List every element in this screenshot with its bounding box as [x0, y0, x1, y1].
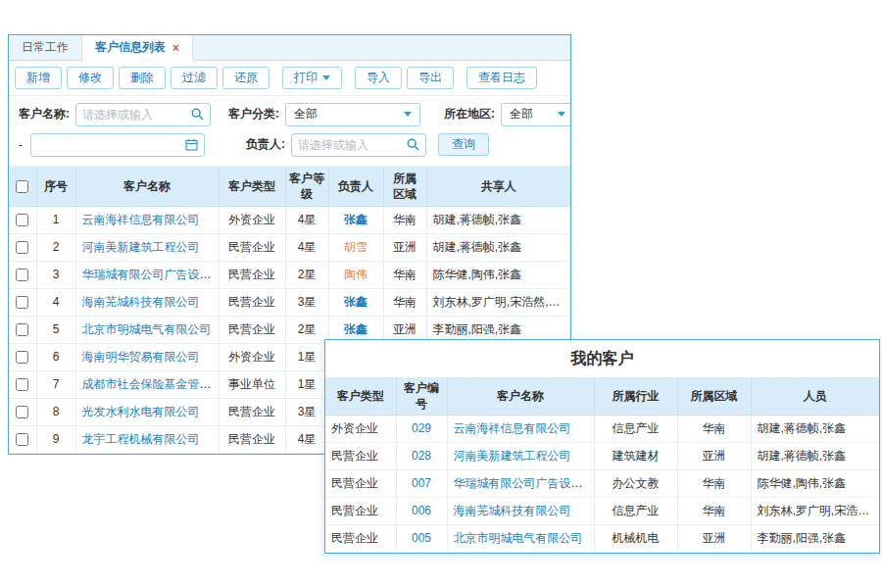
row-checkbox[interactable]: [16, 269, 28, 281]
row-number: 3: [36, 261, 75, 288]
table-row[interactable]: 民营企业 005 北京市明城电气有限公司 机械机电 亚洲 李勤丽,阳强,张鑫: [325, 524, 879, 552]
customer-code-link[interactable]: 005: [412, 531, 431, 545]
customer-type-cell: 外资企业: [219, 206, 285, 233]
toolbar-action-button[interactable]: 还原: [222, 67, 270, 89]
owner-input[interactable]: [291, 133, 426, 157]
industry-cell: 信息产业: [594, 497, 677, 524]
date-range-separator: -: [19, 138, 30, 152]
customer-type-cell: 民营企业: [219, 233, 285, 261]
table-row[interactable]: 1 云南海祥信息有限公司 外资企业 4星 张鑫 华南 胡建,蒋德帧,张鑫: [9, 206, 570, 233]
customer-code-link[interactable]: 006: [412, 504, 431, 517]
row-checkbox[interactable]: [16, 241, 28, 254]
owner-link[interactable]: 张鑫: [344, 322, 368, 336]
region-cell: 华南: [677, 415, 751, 442]
customer-name-link[interactable]: 华瑞城有限公司广告设计部: [82, 268, 220, 281]
region-select[interactable]: 全部: [501, 103, 570, 126]
select-all-checkbox[interactable]: [16, 180, 28, 193]
col-customer-level: 客户等 级: [285, 167, 328, 206]
date-input[interactable]: [30, 133, 205, 157]
row-checkbox[interactable]: [16, 433, 28, 446]
toolbar-action-button[interactable]: 过滤: [171, 67, 218, 89]
table-row[interactable]: 3 华瑞城有限公司广告设计部 民营企业 2星 陶伟 华南 陈华健,陶伟,张鑫: [9, 261, 570, 288]
customer-type-cell: 民营企业: [219, 398, 285, 425]
row-number: 6: [36, 343, 75, 370]
customer-name-link[interactable]: 河南美新建筑工程公司: [454, 449, 571, 463]
row-number: 4: [36, 288, 75, 316]
customer-level-cell: 3星: [285, 398, 328, 425]
my-customers-header: 客户类型 客户编 号 客户名称 所属行业 所属区域 人员: [325, 377, 879, 415]
people-cell: 陈华健,陶伟,张鑫: [751, 469, 879, 497]
customer-name-link[interactable]: 光发水利水电有限公司: [82, 405, 200, 418]
row-checkbox[interactable]: [16, 351, 28, 364]
table-row[interactable]: 民营企业 028 河南美新建筑工程公司 建筑建材 亚洲 胡建,蒋德帧,张鑫: [325, 442, 879, 469]
view-log-button[interactable]: 查看日志: [466, 67, 537, 89]
industry-cell: 信息产业: [594, 415, 677, 442]
owner-link[interactable]: 陶伟: [344, 268, 368, 281]
customer-name-link[interactable]: 海南芜城科技有限公司: [454, 504, 571, 517]
export-button[interactable]: 导出: [407, 67, 454, 89]
table-row[interactable]: 外资企业 029 云南海祥信息有限公司 信息产业 华南 胡建,蒋德帧,张鑫: [325, 415, 879, 442]
chevron-down-icon: [404, 112, 412, 117]
customer-name-label: 客户名称:: [19, 106, 70, 122]
customer-name-link[interactable]: 北京市明城电气有限公司: [82, 322, 212, 336]
table-row[interactable]: 4 海南芜城科技有限公司 民营企业 3星 张鑫 华南 刘东林,罗广明,宋浩然,张…: [9, 288, 570, 316]
row-checkbox[interactable]: [16, 214, 28, 226]
row-checkbox[interactable]: [16, 296, 28, 309]
owner-link[interactable]: 张鑫: [344, 213, 368, 226]
col-region: 所属 区域: [383, 167, 426, 206]
customer-code-link[interactable]: 007: [412, 476, 431, 490]
tab-customer-list[interactable]: 客户信息列表 ×: [82, 35, 193, 61]
customer-name-link[interactable]: 海南芜城科技有限公司: [82, 295, 200, 309]
customer-level-cell: 1星: [285, 370, 328, 398]
search-icon[interactable]: [185, 108, 210, 121]
col-customer-type: 客户类型: [219, 167, 285, 206]
customer-name-input[interactable]: [75, 103, 211, 126]
category-label: 客户分类:: [228, 106, 279, 122]
region-value: 全部: [510, 106, 533, 122]
import-button[interactable]: 导入: [355, 67, 402, 89]
customer-code-link[interactable]: 028: [412, 449, 431, 463]
people-cell: 胡建,蒋德帧,张鑫: [751, 415, 879, 442]
industry-cell: 机械机电: [594, 524, 677, 552]
search-icon[interactable]: [401, 138, 425, 151]
customer-name-link[interactable]: 龙宇工程机械有限公司: [82, 432, 200, 446]
row-checkbox[interactable]: [16, 323, 28, 336]
customer-name-link[interactable]: 河南美新建筑工程公司: [82, 240, 200, 254]
table-row[interactable]: 民营企业 007 华瑞城有限公司广告设计部 办公文教 华南 陈华健,陶伟,张鑫: [325, 469, 879, 497]
toolbar-action-button[interactable]: 新增: [15, 67, 62, 89]
customer-table-header: 序号 客户名称 客户类型 客户等 级 负责人 所属 区域 共享人: [9, 167, 570, 206]
print-button[interactable]: 打印: [282, 67, 342, 89]
close-icon[interactable]: ×: [172, 42, 179, 54]
region-cell: 华南: [383, 206, 426, 233]
owner-link[interactable]: 胡雪: [344, 240, 368, 254]
row-checkbox[interactable]: [16, 406, 28, 418]
row-checkbox[interactable]: [16, 378, 28, 391]
customer-type-cell: 外资企业: [219, 343, 285, 370]
shared-cell: 胡建,蒋德帧,张鑫: [426, 206, 570, 233]
region-cell: 华南: [677, 469, 751, 497]
table-row[interactable]: 2 河南美新建筑工程公司 民营企业 4星 胡雪 亚洲 胡建,蒋德帧,张鑫: [9, 233, 570, 261]
customer-type-cell: 民营企业: [219, 261, 285, 288]
query-button[interactable]: 查询: [438, 133, 489, 156]
customer-name-link[interactable]: 华瑞城有限公司广告设计部: [454, 476, 595, 490]
customer-name-link[interactable]: 云南海祥信息有限公司: [82, 213, 200, 226]
date-field[interactable]: [31, 138, 179, 152]
customer-name-field[interactable]: [76, 108, 185, 122]
toolbar-action-button[interactable]: 修改: [67, 67, 114, 89]
customer-name-link[interactable]: 成都市社会保险基金管理...: [82, 377, 220, 391]
tab-daily-work[interactable]: 日常工作: [9, 35, 82, 60]
customer-name-link[interactable]: 云南海祥信息有限公司: [454, 421, 571, 435]
customer-name-link[interactable]: 北京市明城电气有限公司: [454, 531, 583, 545]
customer-code-link[interactable]: 029: [412, 421, 431, 435]
col-customer-type: 客户类型: [325, 377, 396, 415]
customer-name-link[interactable]: 海南明华贸易有限公司: [82, 350, 200, 364]
toolbar-action-button[interactable]: 删除: [119, 67, 166, 89]
table-row[interactable]: 民营企业 006 海南芜城科技有限公司 信息产业 华南 刘东林,罗广明,宋浩然.…: [325, 497, 879, 524]
category-select[interactable]: 全部: [285, 103, 420, 126]
chevron-down-icon: [558, 112, 565, 117]
customer-level-cell: 1星: [285, 343, 328, 370]
owner-field[interactable]: [292, 138, 401, 152]
calendar-icon[interactable]: [179, 138, 204, 151]
customer-level-cell: 2星: [285, 316, 328, 343]
owner-link[interactable]: 张鑫: [344, 295, 368, 309]
